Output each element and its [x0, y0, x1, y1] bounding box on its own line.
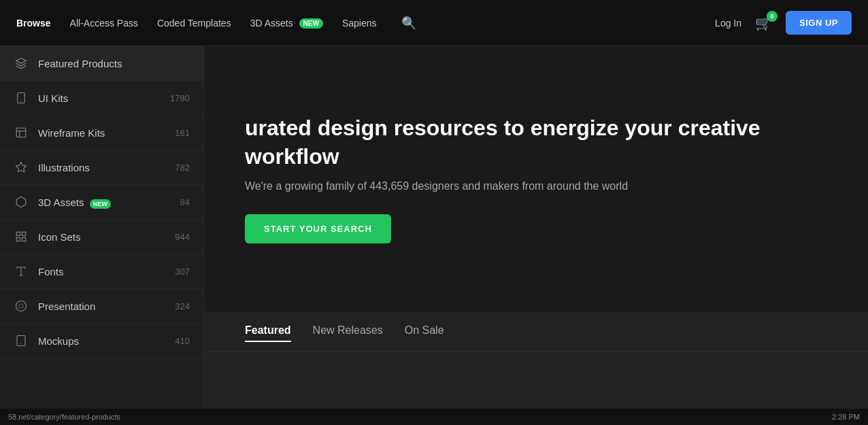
- nav-coded-templates[interactable]: Coded Templates: [157, 18, 231, 29]
- nav-sapiens[interactable]: Sapiens: [342, 18, 377, 29]
- svg-rect-8: [22, 232, 26, 235]
- sidebar-new-badge-3d: NEW: [90, 199, 111, 209]
- sidebar-count-icon-sets: 944: [175, 232, 190, 242]
- signup-button[interactable]: SIGN UP: [786, 11, 852, 35]
- sidebar-item-featured-products[interactable]: Featured Products: [0, 46, 203, 81]
- svg-marker-0: [16, 58, 27, 64]
- sidebar-label-fonts: Fonts: [38, 266, 165, 277]
- tablet-icon: [14, 333, 29, 348]
- nav-left: Browse All-Access Pass Coded Templates 3…: [16, 16, 715, 31]
- svg-rect-10: [16, 238, 20, 241]
- sidebar: Featured Products UI Kits 1780 Wireframe…: [0, 46, 204, 425]
- tabs-bar: Featured New Releases On Sale: [204, 311, 868, 352]
- sidebar-label-presentation: Presentation: [38, 301, 165, 312]
- svg-rect-9: [22, 238, 26, 241]
- nav-right: Log In 🛒 0 SIGN UP: [715, 11, 852, 35]
- nav-browse[interactable]: Browse: [16, 18, 51, 29]
- grid-icon: [14, 229, 29, 244]
- sidebar-item-fonts[interactable]: Fonts 307: [0, 254, 203, 289]
- nav-3d-badge: NEW: [299, 18, 323, 29]
- sidebar-label-3d-assets: 3D Assets NEW: [38, 197, 171, 208]
- svg-rect-7: [16, 232, 20, 235]
- nav-3d-assets[interactable]: 3D Assets NEW: [250, 18, 323, 29]
- sidebar-item-wireframe-kits[interactable]: Wireframe Kits 161: [0, 116, 203, 150]
- sidebar-count-presentation: 324: [175, 301, 190, 311]
- layers-icon: [14, 56, 29, 71]
- tab-on-sale[interactable]: On Sale: [405, 324, 444, 339]
- svg-marker-6: [16, 163, 27, 172]
- main-content: urated design resources to energize your…: [204, 46, 868, 425]
- status-url: 58.net/category/featured-products: [8, 413, 120, 421]
- sidebar-count-fonts: 307: [175, 267, 190, 277]
- cart-button[interactable]: 🛒 0: [755, 15, 772, 31]
- tabs-section: Featured New Releases On Sale: [204, 311, 868, 425]
- sidebar-label-illustrations: Illustrations: [38, 162, 165, 173]
- illustrations-icon: [14, 160, 29, 175]
- hero-subtitle: We're a growing family of 443,659 design…: [245, 180, 827, 192]
- cart-count: 0: [767, 11, 778, 22]
- tab-new-releases[interactable]: New Releases: [313, 324, 383, 339]
- search-icon[interactable]: 🔍: [401, 16, 416, 31]
- hero-section: urated design resources to energize your…: [204, 46, 868, 311]
- sidebar-item-3d-assets[interactable]: 3D Assets NEW 84: [0, 185, 203, 220]
- sidebar-item-mockups[interactable]: Mockups 410: [0, 324, 203, 358]
- svg-point-13: [16, 301, 27, 311]
- sidebar-count-wireframe: 161: [175, 128, 190, 138]
- sidebar-count-illustrations: 782: [175, 163, 190, 173]
- nav-all-access[interactable]: All-Access Pass: [70, 18, 138, 29]
- login-button[interactable]: Log In: [715, 18, 741, 29]
- top-navigation: Browse All-Access Pass Coded Templates 3…: [0, 0, 868, 46]
- sidebar-label-wireframe: Wireframe Kits: [38, 127, 165, 139]
- sidebar-label-ui-kits: UI Kits: [38, 92, 161, 104]
- sidebar-item-ui-kits[interactable]: UI Kits 1780: [0, 81, 203, 116]
- sidebar-label-mockups: Mockups: [38, 335, 165, 347]
- layout-icon: [14, 125, 29, 140]
- sidebar-label-icon-sets: Icon Sets: [38, 231, 165, 243]
- sidebar-label-featured: Featured Products: [38, 58, 190, 69]
- presentation-icon: [14, 299, 29, 313]
- sidebar-count-mockups: 410: [175, 336, 190, 346]
- sidebar-count-3d: 84: [180, 197, 190, 207]
- svg-rect-3: [16, 128, 26, 137]
- status-time: 2:28 PM: [832, 413, 860, 421]
- sidebar-item-presentation[interactable]: Presentation 324: [0, 289, 203, 324]
- start-search-button[interactable]: START YOUR SEARCH: [245, 214, 391, 243]
- sidebar-item-illustrations[interactable]: Illustrations 782: [0, 150, 203, 185]
- sidebar-item-icon-sets[interactable]: Icon Sets 944: [0, 220, 203, 254]
- svg-point-14: [19, 304, 23, 308]
- sidebar-count-ui-kits: 1780: [170, 93, 190, 103]
- hero-title: urated design resources to energize your…: [245, 114, 827, 171]
- smartphone-icon: [14, 90, 29, 105]
- box-icon: [14, 194, 29, 209]
- tab-featured[interactable]: Featured: [245, 324, 291, 339]
- type-icon: [14, 264, 29, 279]
- statusbar: 58.net/category/featured-products 2:28 P…: [0, 409, 868, 425]
